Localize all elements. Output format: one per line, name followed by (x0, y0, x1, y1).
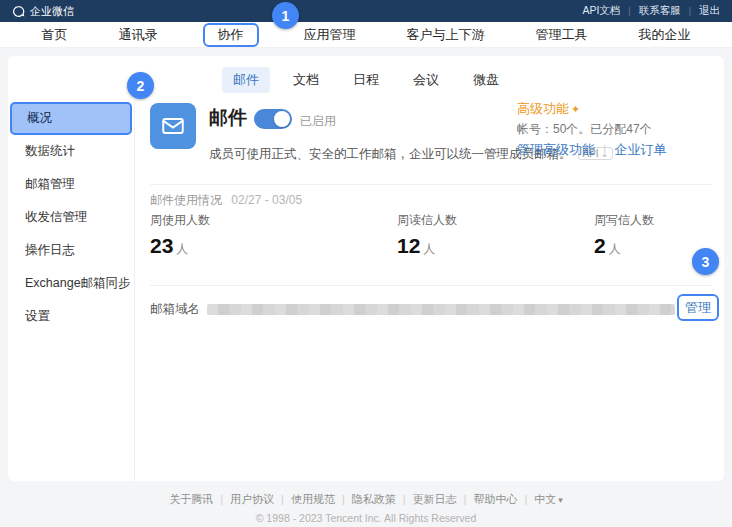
tab-mail[interactable]: 邮件 (222, 67, 270, 93)
stat-unit: 人 (609, 242, 621, 256)
footer-changelog[interactable]: 更新日志 (396, 492, 457, 507)
contact-support-link[interactable]: 联系客服 (620, 4, 680, 18)
premium-title: 高级功能✦ (517, 100, 580, 118)
topbar: 企业微信 API文档 联系客服 退出 (0, 0, 732, 22)
stat-value: 23 (150, 234, 173, 257)
content-panel: 邮件 文档 日程 会议 微盘 概况 数据统计 邮箱管理 收发信管理 操作日志 E… (8, 56, 724, 481)
annotation-step-1: 1 (272, 2, 299, 29)
manage-premium-link[interactable]: 管理高级功能 (517, 141, 595, 159)
nav-item-collaboration[interactable]: 协作 (203, 23, 259, 47)
footer-links: 关于腾讯 用户协议 使用规范 隐私政策 更新日志 帮助中心 中文▾ (0, 492, 732, 507)
footer-help-center[interactable]: 帮助中心 (457, 492, 518, 507)
tab-docs[interactable]: 文档 (282, 67, 330, 93)
language-label: 中文 (534, 493, 556, 505)
sidebar-item-mailbox-mgmt[interactable]: 邮箱管理 (8, 168, 134, 201)
nav-item-my-company[interactable]: 我的企业 (633, 24, 697, 46)
premium-links: 管理高级功能 企业订单 (517, 141, 666, 159)
usage-header: 邮件使用情况 02/27 - 03/05 (150, 192, 302, 209)
sparkle-icon: ✦ (571, 103, 580, 115)
divider (150, 184, 712, 185)
tab-drive[interactable]: 微盘 (462, 67, 510, 93)
footer-usage-rules[interactable]: 使用规范 (274, 492, 335, 507)
copyright: © 1998 - 2023 Tencent Inc. All Rights Re… (0, 512, 732, 524)
footer: 关于腾讯 用户协议 使用规范 隐私政策 更新日志 帮助中心 中文▾ © 1998… (0, 492, 732, 524)
chevron-down-icon: ▾ (558, 495, 563, 505)
sidebar-item-logs[interactable]: 操作日志 (8, 234, 134, 267)
brand-name: 企业微信 (30, 4, 74, 19)
mail-domain-label: 邮箱域名 (150, 301, 200, 318)
nav-item-apps[interactable]: 应用管理 (298, 24, 362, 46)
account-quota-info: 帐号：50个。已分配47个 (517, 121, 652, 138)
sidebar-item-overview[interactable]: 概况 (10, 102, 132, 135)
enterprise-order-link[interactable]: 企业订单 (595, 141, 666, 159)
footer-about-tencent[interactable]: 关于腾讯 (169, 492, 213, 507)
topbar-links: API文档 联系客服 退出 (582, 4, 720, 18)
sidebar: 概况 数据统计 邮箱管理 收发信管理 操作日志 Exchange邮箱同步 设置 (8, 100, 135, 481)
nav-item-home[interactable]: 首页 (36, 24, 74, 46)
page-title: 邮件 (209, 105, 247, 131)
stat-weekly-writers: 周写信人数 2人 (594, 212, 654, 258)
usage-label: 邮件使用情况 (150, 193, 222, 207)
nav-item-customers[interactable]: 客户与上下游 (401, 24, 491, 46)
subtabs: 邮件 文档 日程 会议 微盘 (8, 67, 724, 93)
sidebar-item-send-receive[interactable]: 收发信管理 (8, 201, 134, 234)
stat-label: 周读信人数 (397, 212, 457, 229)
footer-privacy-policy[interactable]: 隐私政策 (335, 492, 396, 507)
logout-link[interactable]: 退出 (681, 4, 720, 18)
main-nav: 首页 通讯录 协作 应用管理 客户与上下游 管理工具 我的企业 (0, 22, 732, 48)
annotation-step-2: 2 (127, 72, 154, 99)
manage-domain-button[interactable]: 管理 (677, 294, 719, 321)
mail-app-icon (150, 103, 196, 149)
mail-domain-redacted-bar (207, 304, 675, 315)
nav-item-admin-tools[interactable]: 管理工具 (530, 24, 594, 46)
footer-user-agreement[interactable]: 用户协议 (213, 492, 274, 507)
stat-weekly-users: 周使用人数 23人 (150, 212, 210, 258)
stat-weekly-readers: 周读信人数 12人 (397, 212, 457, 258)
wecom-logo-icon (12, 5, 25, 18)
stat-value: 12 (397, 234, 420, 257)
mail-enabled-toggle[interactable] (254, 109, 292, 129)
usage-date-range: 02/27 - 03/05 (231, 193, 302, 207)
toggle-knob (274, 111, 290, 127)
stat-unit: 人 (423, 242, 435, 256)
envelope-icon (160, 113, 186, 139)
sidebar-item-statistics[interactable]: 数据统计 (8, 135, 134, 168)
divider (150, 285, 712, 286)
footer-language-selector[interactable]: 中文▾ (517, 492, 562, 507)
nav-item-contacts[interactable]: 通讯录 (113, 24, 164, 46)
sidebar-item-exchange-sync[interactable]: Exchange邮箱同步 (8, 267, 134, 300)
brand: 企业微信 (12, 4, 74, 19)
tab-calendar[interactable]: 日程 (342, 67, 390, 93)
stat-value: 2 (594, 234, 606, 257)
stat-label: 周使用人数 (150, 212, 210, 229)
premium-title-text: 高级功能 (517, 101, 569, 116)
status-badge: 已启用 (300, 113, 336, 130)
stat-unit: 人 (176, 242, 188, 256)
tab-meeting[interactable]: 会议 (402, 67, 450, 93)
stat-label: 周写信人数 (594, 212, 654, 229)
sidebar-item-settings[interactable]: 设置 (8, 300, 134, 333)
annotation-step-3: 3 (692, 248, 719, 275)
api-docs-link[interactable]: API文档 (582, 4, 620, 18)
